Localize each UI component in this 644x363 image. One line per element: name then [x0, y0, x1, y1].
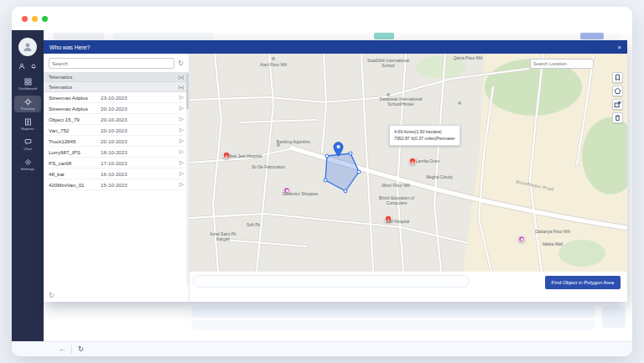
- object-row[interactable]: Object 15_79 20-10-2023 ▷: [44, 114, 189, 125]
- play-icon[interactable]: ▷: [179, 94, 184, 101]
- bottom-input-placeholder: [193, 275, 470, 288]
- export-tool-button[interactable]: [612, 99, 623, 110]
- group-row-telematics[interactable]: Telematics [+]: [44, 82, 189, 92]
- sidebar-item-dashboard[interactable]: Dashboard: [14, 75, 41, 92]
- object-date: 18-10-2023: [101, 149, 127, 155]
- browser-window: Dashboard Tracking Reports: [12, 7, 632, 356]
- refresh-icon[interactable]: ↻: [78, 345, 84, 353]
- refresh-icon[interactable]: ↻: [178, 60, 184, 67]
- dimmed-field: [112, 33, 213, 39]
- reports-icon: [24, 118, 32, 126]
- object-date: 20-10-2023: [101, 106, 127, 111]
- play-icon[interactable]: ▷: [179, 159, 184, 166]
- tracking-icon: [24, 98, 32, 106]
- play-icon[interactable]: ▷: [179, 116, 184, 122]
- shop-marker-icon[interactable]: [518, 236, 525, 242]
- map-search-input[interactable]: [530, 59, 594, 69]
- sidebar: Dashboard Tracking Reports: [12, 30, 44, 341]
- object-row[interactable]: 48_kar 16-10-2023 ▷: [44, 169, 189, 179]
- object-name: Streemax Adplus: [49, 106, 101, 111]
- person-icon: [22, 41, 34, 53]
- location-pin-icon[interactable]: [333, 142, 344, 157]
- zoom-window-button[interactable]: [42, 16, 48, 22]
- hospital-marker-icon[interactable]: [409, 158, 417, 165]
- object-name: Streemax Adplus: [49, 95, 101, 101]
- delete-tool-button[interactable]: [612, 112, 623, 123]
- modal-title: Who was Here?: [49, 44, 90, 50]
- object-date: 15-10-2023: [101, 182, 127, 188]
- scrollbar[interactable]: [186, 74, 189, 285]
- close-icon[interactable]: ×: [618, 44, 621, 51]
- play-icon[interactable]: ▷: [179, 127, 184, 133]
- users-icon[interactable]: [18, 63, 25, 70]
- expand-icon[interactable]: [+]: [179, 85, 184, 90]
- polygon-icon: [614, 87, 621, 95]
- poi-dot-icon: [387, 93, 390, 96]
- play-icon[interactable]: ▷: [179, 137, 184, 144]
- chat-icon: [24, 138, 32, 146]
- sidebar-item-tracking[interactable]: Tracking: [14, 96, 41, 112]
- play-icon[interactable]: ▷: [179, 170, 184, 177]
- object-row[interactable]: PS_car08 17-10-2023 ▷: [44, 158, 189, 169]
- modal-header: Who was Here? ×: [44, 40, 627, 54]
- close-window-button[interactable]: [22, 16, 28, 22]
- object-date: 17-10-2023: [101, 160, 127, 166]
- object-row[interactable]: Truck12845 20-10-2023 ▷: [44, 136, 189, 147]
- refresh-icon[interactable]: ↻: [49, 292, 55, 299]
- who-was-here-modal: Who was Here? × ↻ Telematics [+] Telemat…: [44, 40, 627, 302]
- sidebar-item-label: Chat: [23, 147, 31, 151]
- map-tools: [612, 72, 623, 123]
- area-value: 4.69 Acres(1.90 hectare): [394, 128, 455, 135]
- object-name: Van_752: [49, 127, 101, 133]
- sidebar-item-label: Reports: [21, 127, 34, 131]
- export-icon: [614, 101, 621, 108]
- search-input[interactable]: [49, 58, 174, 69]
- map-canvas[interactable]: Atari Flour Mill SwaSthik International …: [190, 54, 627, 272]
- group-label: Telematics: [49, 85, 72, 90]
- sidebar-item-chat[interactable]: Chat: [14, 136, 41, 153]
- object-name: Lorry987_IPS: [49, 149, 101, 155]
- perimeter-value: 7952.87 ft(0.37 miles)Perimeter: [394, 135, 455, 142]
- object-row[interactable]: 420MiniVan_01 15-10-2023 ▷: [44, 179, 189, 190]
- group-label: Telematics: [49, 75, 72, 80]
- play-icon[interactable]: ▷: [179, 181, 184, 188]
- window-chrome: [12, 7, 632, 30]
- shop-marker-icon[interactable]: [283, 187, 290, 194]
- back-icon[interactable]: ←: [59, 345, 65, 353]
- find-object-button[interactable]: Find Object in Polygon Area: [545, 276, 621, 289]
- object-date: 23-10-2023: [101, 95, 127, 101]
- object-row[interactable]: Streemax Adplus 20-10-2023 ▷: [44, 103, 189, 114]
- bookmark-tool-button[interactable]: [612, 72, 623, 83]
- trash-icon: [614, 114, 621, 122]
- play-icon[interactable]: ▷: [179, 105, 184, 111]
- object-row[interactable]: Van_752 20-10-2023 ▷: [44, 125, 189, 136]
- screenshot: Dashboard Tracking Reports: [0, 0, 644, 363]
- minimize-window-button[interactable]: [32, 16, 38, 22]
- hospital-marker-icon[interactable]: [385, 215, 392, 223]
- dimmed-teal-button: [374, 33, 394, 39]
- object-row[interactable]: Streemax Adplus 23-10-2023 ▷: [44, 92, 189, 103]
- bell-icon[interactable]: [30, 63, 37, 70]
- group-row-telematics[interactable]: Telematics [+]: [44, 72, 189, 82]
- sidebar-item-settings[interactable]: Settings: [14, 156, 41, 173]
- object-date: 20-10-2023: [101, 127, 127, 133]
- dimmed-panel: [191, 306, 595, 318]
- object-date: 20-10-2023: [101, 117, 127, 122]
- dimmed-panel: [191, 320, 595, 330]
- polygon-tool-button[interactable]: [612, 86, 623, 96]
- hospital-marker-icon[interactable]: [223, 152, 231, 159]
- object-date: 20-10-2023: [101, 138, 127, 144]
- sidebar-item-label: Tracking: [20, 106, 34, 111]
- play-icon[interactable]: ▷: [179, 148, 184, 155]
- sidebar-item-label: Dashboard: [18, 86, 37, 91]
- object-name: 48_kar: [49, 171, 101, 177]
- object-name: PS_car08: [49, 160, 101, 166]
- gear-icon: [24, 158, 32, 166]
- dimmed-field: [54, 33, 104, 39]
- sidebar-item-reports[interactable]: Reports: [14, 116, 41, 132]
- app-footer: ← ↻: [12, 341, 632, 356]
- object-row[interactable]: Lorry987_IPS 18-10-2023 ▷: [44, 147, 189, 158]
- dimmed-blue-button: [580, 33, 604, 39]
- expand-icon[interactable]: [+]: [179, 75, 184, 80]
- poi-dot-icon: [458, 101, 461, 105]
